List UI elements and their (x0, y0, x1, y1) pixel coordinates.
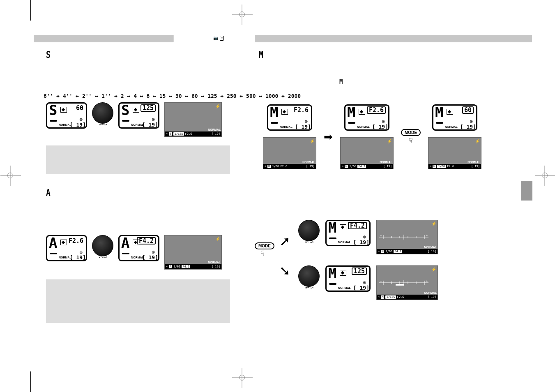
lcd-mode: M (328, 219, 336, 236)
lcd-count: [ 19] (460, 124, 476, 130)
m-letter: M (259, 49, 263, 60)
header-bar-right (255, 35, 532, 42)
a-letter: A (46, 187, 51, 198)
side-tab (521, 181, 532, 201)
flash-icon: ⚡ (431, 221, 436, 226)
norm-label: NORMAL (302, 161, 315, 164)
lcd-top: F2.6 (69, 237, 83, 244)
lcd-mode: S (49, 102, 57, 118)
battery-icon (271, 122, 278, 124)
selftimer-icon: ⊕ (304, 119, 308, 124)
section-a-title: A Aperture-Priority Auto (46, 188, 104, 197)
command-dial[interactable]: ⤺⤻ (298, 265, 320, 287)
shutter-scale: 8'' ↔ 4'' ↔ 2'' ↔ 1'' ↔ 2 ↔ 4 ↔ 8 ↔ 15 ↔… (44, 93, 301, 99)
norm-label: NORMAL (467, 161, 480, 164)
mode-stack: MODE ☟ (255, 242, 274, 257)
af-icon (447, 109, 453, 115)
lcd-normal: NORMAL (338, 286, 351, 289)
m-col-3: M 60 ⊕ NORMAL [ 19] ⚡ NORMAL ☀M 1/60F2.6… (428, 104, 481, 169)
s-note (46, 145, 230, 174)
lcd-top: 125 (140, 104, 156, 112)
svg-text:+: + (426, 280, 428, 283)
monitor-footer: ☀M 1/60F2.6 [ 19] (263, 164, 316, 169)
af-icon (60, 107, 67, 113)
flash-icon: ⚡ (387, 139, 392, 143)
m-monitor-1: ⚡ NORMAL ☀M 1/60F2.6 [ 19] (263, 137, 316, 169)
s-lcd-2: S 125 ⊕ NORMAL [ 19] (118, 102, 159, 129)
svg-text:−: − (380, 280, 382, 283)
af-icon (281, 109, 288, 115)
hand-icon: ☟ (409, 137, 413, 145)
s-letter: S (46, 49, 51, 60)
lcd-mode: M (270, 104, 278, 120)
mode-button[interactable]: MODE (255, 242, 274, 249)
selftimer-icon: ⊕ (363, 280, 366, 285)
header-tab: Exposure Mode 📷 ≡ (174, 33, 231, 43)
arrow-right-icon: ➡ (324, 131, 333, 143)
arrow-downright-icon: ➘ (279, 263, 290, 279)
lcd-mode: S (121, 102, 129, 118)
lcd-normal: NORMAL (338, 241, 351, 244)
flash-icon: ⚡ (310, 139, 315, 143)
lcd-top: F4.2 (137, 237, 156, 244)
a-monitor: ⚡ NORMAL ☀ A 1/60 F4.2 [ 19] (164, 235, 222, 270)
battery-icon (122, 253, 129, 254)
m-top-row: M F2.6 ⊕ NORMAL [ 19] ⚡ NORMAL ☀M 1/60F2… (263, 104, 481, 169)
lcd-count: [ 19] (353, 285, 369, 291)
selftimer-icon: ⊕ (79, 250, 83, 254)
lcd-mode: A (121, 235, 129, 251)
m-lcd-f42: M F4.2 ⊕ NORMAL [ 19] (325, 220, 371, 246)
norm-label: NORMAL (424, 246, 437, 249)
svg-text:+: + (426, 234, 428, 237)
camera-icon: 📷 (213, 36, 218, 40)
lcd-mode: M (435, 104, 443, 120)
af-icon (340, 270, 346, 276)
monitor-footer: ☀M 1/125F2.6 [ 19] (377, 295, 438, 300)
lcd-top: F4.2 (348, 222, 367, 229)
a-lcd-2: A F4.2 ⊕ NORMAL [ 19] (118, 235, 159, 261)
m-col-2: M F2.6 ⊕ NORMAL [ 19] ⚡ NORMAL ☀M 1/60F4… (340, 104, 394, 169)
m-col-1: M F2.6 ⊕ NORMAL [ 19] ⚡ NORMAL ☀M 1/60F2… (263, 104, 316, 169)
selftimer-icon: ⊕ (152, 117, 155, 122)
mode-button[interactable]: MODE (401, 129, 421, 136)
battery-icon (122, 120, 129, 122)
m-lcd-f26b: M F2.6 ⊕ NORMAL [ 19] (344, 104, 389, 131)
mode-button-col: MODE ☟ (401, 129, 421, 145)
battery-icon (50, 120, 57, 122)
m-letter-inline: M (339, 78, 343, 85)
monitor-footer: ☀M 1/60F2.6 [ 19] (428, 164, 481, 169)
m-lcd-60: M 60 ⊕ NORMAL [ 19] (432, 104, 477, 131)
m-lcd-f26: M F2.6 ⊕ NORMAL [ 19] (267, 104, 312, 131)
lcd-mode: M (328, 265, 336, 281)
section-m-title: M Manual (259, 50, 282, 59)
command-dial[interactable]: ⤺⤻ (92, 235, 113, 256)
lcd-count: [ 19] (70, 122, 86, 128)
lcd-count: [ 19] (142, 254, 158, 261)
lcd-mode: A (49, 235, 57, 251)
m-monitor-3: ⚡ NORMAL ☀M 1/60F2.6 [ 19] (428, 137, 481, 169)
s-desc: In shutter-priority auto, you control sh… (46, 60, 227, 88)
battery-icon (436, 122, 443, 124)
a-row: A F2.6 ⊕ NORMAL [ 19] ⤺⤻ A F4.2 ⊕ NORMAL… (46, 235, 222, 270)
svg-rect-18 (396, 284, 404, 286)
lcd-normal: NORMAL (357, 125, 370, 128)
flash-icon: ⚡ (475, 139, 480, 143)
m-monitor-2: ⚡ NORMAL ☀M 1/60F4.2 [ 19] (340, 137, 394, 169)
flash-icon: ⚡ (215, 104, 220, 108)
m-monitor-4: ⚡ −+ NORMAL ☀M 1/60F4.2 [ 19] (376, 220, 438, 254)
lcd-top: 60 (462, 106, 474, 114)
lcd-count: [ 19] (142, 122, 158, 128)
s-monitor: ⚡ NORMAL ☀ S 1/125 F2.6 [ 19] (164, 102, 222, 137)
command-dial[interactable]: ⤺⤻ (92, 102, 113, 124)
menu-icon: ≡ (220, 36, 224, 41)
battery-icon (329, 283, 336, 285)
selftimer-icon: ⊕ (382, 119, 385, 124)
dial-col: ⤺⤻ (92, 102, 113, 124)
lcd-top: F2.6 (367, 106, 386, 114)
monitor-footer: ☀M 1/60F4.2 [ 19] (341, 164, 393, 169)
battery-icon (348, 122, 355, 124)
lcd-normal: NORMAL (445, 125, 458, 128)
selftimer-icon: ⊕ (363, 235, 366, 239)
lcd-normal: NORMAL (280, 125, 292, 128)
command-dial[interactable]: ⤺⤻ (298, 220, 320, 241)
